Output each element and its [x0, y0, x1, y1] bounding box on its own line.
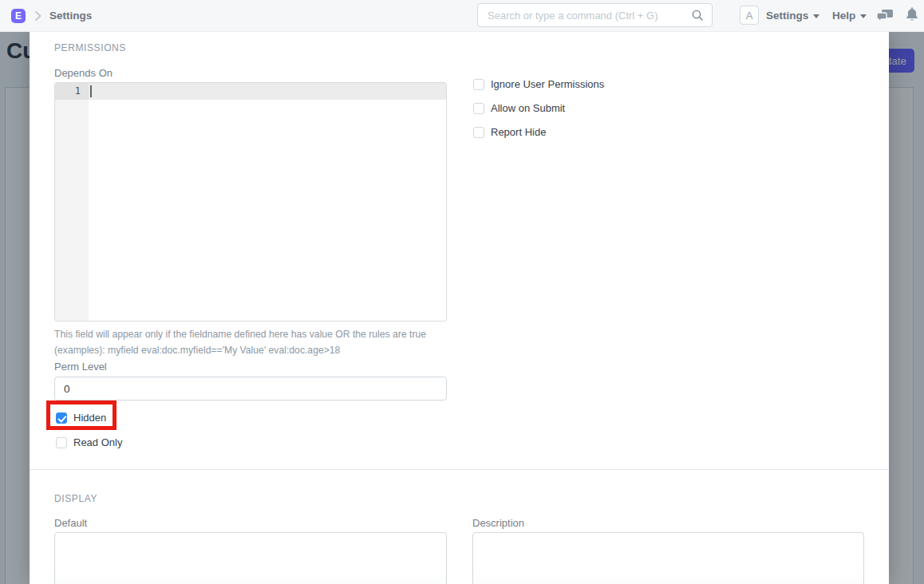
help-menu[interactable]: Help [832, 10, 867, 22]
breadcrumb-chevron-icon [34, 10, 42, 25]
hidden-checkbox-label: Hidden [73, 412, 106, 424]
description-label: Description [472, 517, 524, 529]
read-only-checkbox-row[interactable]: Read Only [56, 436, 122, 448]
depends-on-label: Depends On [54, 67, 113, 79]
search-icon[interactable] [691, 9, 704, 22]
help-menu-label: Help [832, 10, 855, 22]
caret-down-icon [860, 14, 867, 18]
editor-active-line [89, 83, 446, 100]
default-textarea[interactable] [54, 532, 447, 584]
report-hide-label: Report Hide [491, 126, 546, 138]
allow-on-submit-checkbox-row[interactable]: Allow on Submit [473, 102, 565, 114]
navbar: E Settings A Settings Help [0, 0, 924, 32]
default-label: Default [54, 517, 87, 529]
depends-on-help-text: This field will appear only if the field… [54, 326, 453, 358]
description-textarea[interactable] [472, 532, 864, 584]
editor-cursor [90, 85, 92, 97]
chat-icon[interactable] [877, 9, 894, 23]
caret-down-icon [813, 14, 819, 18]
allow-on-submit-checkbox[interactable] [473, 103, 484, 114]
search-box[interactable] [477, 3, 713, 27]
avatar[interactable]: A [740, 6, 759, 25]
settings-menu-label: Settings [766, 10, 808, 22]
ignore-user-permissions-checkbox-row[interactable]: Ignore User Permissions [473, 78, 604, 90]
search-input[interactable] [478, 10, 691, 22]
section-title-permissions: PERMISSIONS [54, 42, 126, 53]
depends-on-code-editor[interactable]: 1 [54, 82, 447, 322]
editor-gutter [55, 83, 89, 321]
section-title-display: DISPLAY [54, 493, 97, 504]
customize-field-dialog: PERMISSIONS Depends On 1 This field will… [30, 32, 889, 584]
perm-level-input[interactable] [54, 377, 447, 401]
bell-icon[interactable] [906, 7, 918, 22]
hidden-checkbox-row[interactable]: Hidden [56, 412, 106, 424]
report-hide-checkbox[interactable] [473, 127, 484, 138]
allow-on-submit-label: Allow on Submit [491, 102, 565, 114]
section-divider [30, 469, 889, 470]
read-only-checkbox[interactable] [56, 437, 67, 448]
ignore-user-permissions-label: Ignore User Permissions [491, 78, 604, 90]
hidden-checkbox[interactable] [56, 412, 67, 424]
ignore-user-permissions-checkbox[interactable] [473, 79, 484, 90]
report-hide-checkbox-row[interactable]: Report Hide [473, 126, 546, 138]
perm-level-label: Perm Level [54, 361, 107, 373]
breadcrumb[interactable]: Settings [49, 10, 92, 22]
settings-menu[interactable]: Settings [766, 10, 819, 22]
screen: Cu date E Settings A Settings Help [0, 0, 924, 584]
editor-line-number: 1 [55, 83, 89, 100]
read-only-checkbox-label: Read Only [73, 436, 122, 448]
app-logo[interactable]: E [11, 9, 26, 23]
